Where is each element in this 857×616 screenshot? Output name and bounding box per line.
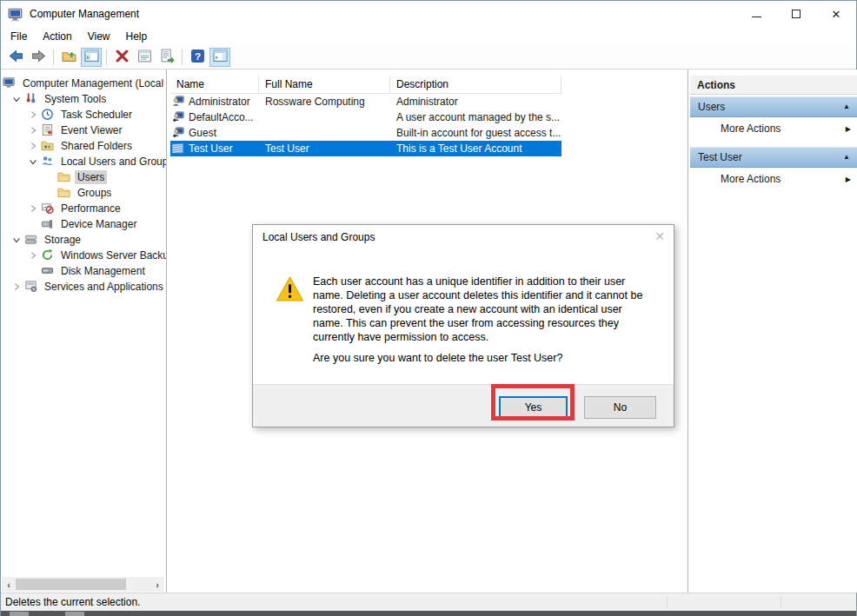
chevron-right-icon[interactable] — [24, 108, 41, 122]
actions-section-label: Users — [698, 96, 725, 117]
export-list-button[interactable] — [156, 48, 177, 67]
cell-full-name: Test User — [259, 142, 390, 155]
svg-text:?: ? — [194, 50, 200, 62]
column-header-name[interactable]: Name — [170, 76, 259, 93]
tree-item-windows-server-backup[interactable]: Windows Server Backup — [1, 248, 166, 263]
submenu-arrow-icon: ▶ — [846, 176, 851, 183]
tree-item-label: Users — [75, 170, 107, 184]
forward-button[interactable] — [28, 48, 49, 67]
menu-help[interactable]: Help — [118, 28, 156, 45]
actions-section-test-user[interactable]: Test User▲ — [690, 147, 857, 168]
menubar: FileActionViewHelp — [1, 27, 856, 46]
actions-section-users[interactable]: Users▲ — [690, 96, 857, 117]
menu-file[interactable]: File — [3, 28, 35, 45]
show-console-tree-button[interactable] — [81, 48, 102, 67]
menu-view[interactable]: View — [80, 28, 118, 45]
scroll-right-arrow-icon[interactable]: › — [150, 577, 164, 592]
show-action-pane-button[interactable] — [209, 48, 230, 67]
chevron-down-icon[interactable] — [8, 92, 24, 106]
list-column-headers: NameFull NameDescription — [170, 76, 561, 94]
tree-item-device-manager[interactable]: Device Manager — [1, 216, 166, 232]
tree-item-label: Disk Management — [58, 264, 148, 278]
toolbar-separator — [106, 50, 107, 65]
tree-item-label: Performance — [58, 202, 123, 215]
actions-pane-title: Actions — [690, 76, 857, 95]
help-button[interactable]: ? — [187, 48, 208, 67]
list-row-defaultacco[interactable]: DefaultAcco...A user account managed by … — [170, 109, 561, 125]
users-groups-icon — [41, 155, 55, 169]
chevron-right-icon[interactable] — [24, 202, 41, 215]
show-console-tree-icon — [84, 49, 99, 66]
delete-button[interactable] — [111, 48, 132, 67]
dialog-message: Each user account has a unique identifie… — [313, 275, 643, 344]
collapse-arrow-icon[interactable]: ▲ — [843, 147, 850, 168]
annotation-highlight-box — [491, 384, 575, 421]
tree-item-label: Storage — [42, 233, 83, 247]
tree-item-services-and-applications[interactable]: Services and Applications — [1, 279, 166, 295]
warning-triangle-icon — [276, 275, 304, 302]
folder-icon — [57, 170, 71, 184]
cell-name: Administrator — [170, 96, 259, 108]
dialog-footer: Yes No — [253, 384, 674, 427]
actions-gap — [690, 190, 857, 195]
properties-button[interactable] — [134, 48, 155, 67]
chevron-down-icon[interactable] — [8, 233, 24, 247]
list-row-guest[interactable]: GuestBuilt-in account for guest access t… — [170, 125, 561, 141]
cell-description: This is a Test User Account — [390, 142, 561, 155]
no-button[interactable]: No — [584, 396, 656, 419]
tree-item-local-users-and-groups[interactable]: Local Users and Groups — [1, 154, 166, 169]
scroll-left-arrow-icon[interactable]: ‹ — [2, 577, 16, 592]
tree-item-event-viewer[interactable]: Event Viewer — [1, 123, 166, 138]
menu-action[interactable]: Action — [35, 28, 79, 45]
forward-icon — [31, 49, 46, 66]
help-icon: ? — [190, 49, 205, 66]
more-actions-test-user[interactable]: More Actions▶ — [690, 168, 857, 190]
close-icon: ✕ — [832, 9, 841, 20]
collapse-arrow-icon[interactable]: ▲ — [843, 96, 850, 117]
chevron-right-icon[interactable] — [24, 248, 41, 262]
tree-item-label: Computer Management (Local — [20, 76, 166, 90]
tree-item-task-scheduler[interactable]: Task Scheduler — [1, 107, 166, 123]
user-disabled-icon — [172, 111, 185, 123]
tree-item-label: Task Scheduler — [58, 108, 135, 122]
chevron-right-icon[interactable] — [24, 123, 41, 137]
minimize-button[interactable] — [736, 1, 776, 27]
chevron-down-icon[interactable] — [24, 155, 41, 169]
status-text: Deletes the current selection. — [1, 596, 140, 608]
column-header-description[interactable]: Description — [390, 76, 561, 93]
tree-item-label: Services and Applications — [42, 280, 166, 294]
toolbar-separator — [53, 50, 54, 65]
list-row-administrator[interactable]: AdministratorRossware ComputingAdministr… — [170, 94, 561, 109]
tree-item-users[interactable]: Users — [1, 169, 166, 185]
task-scheduler-icon — [41, 108, 55, 122]
properties-icon — [137, 49, 152, 66]
toolbar-separator — [182, 50, 183, 65]
tree-item-shared-folders[interactable]: Shared Folders — [1, 138, 166, 154]
tree-item-label: Shared Folders — [58, 139, 135, 153]
chevron-right-icon[interactable] — [8, 280, 24, 294]
more-actions-users[interactable]: More Actions▶ — [690, 117, 857, 140]
list-row-test-user[interactable]: Test UserTest UserThis is a Test User Ac… — [170, 141, 561, 156]
scrollbar-thumb[interactable] — [16, 579, 126, 590]
tree-item-computer-management-local[interactable]: Computer Management (Local — [1, 76, 166, 91]
tree-horizontal-scrollbar[interactable]: ‹ › — [2, 577, 164, 592]
tree-item-performance[interactable]: Performance — [1, 201, 166, 216]
tree-item-storage[interactable]: Storage — [1, 232, 166, 248]
tree-item-system-tools[interactable]: System Tools — [1, 91, 166, 107]
dialog-title: Local Users and Groups — [262, 231, 375, 243]
actions-gap — [690, 140, 857, 145]
chevron-right-icon[interactable] — [24, 139, 41, 153]
scrollbar-track[interactable] — [16, 577, 150, 592]
tree-item-disk-management[interactable]: Disk Management — [1, 263, 166, 279]
actions-pane: Actions Users▲More Actions▶Test User▲Mor… — [690, 70, 857, 593]
back-button[interactable] — [5, 48, 26, 67]
close-button[interactable]: ✕ — [816, 1, 856, 27]
submenu-arrow-icon: ▶ — [846, 125, 851, 133]
column-header-full-name[interactable]: Full Name — [259, 76, 390, 93]
maximize-button[interactable] — [776, 1, 816, 27]
tree-item-groups[interactable]: Groups — [1, 185, 166, 201]
statusbar-divider — [781, 596, 781, 608]
up-one-level-button[interactable] — [58, 48, 79, 67]
server-backup-icon — [41, 248, 55, 262]
dialog-close-icon[interactable]: ✕ — [654, 229, 665, 243]
